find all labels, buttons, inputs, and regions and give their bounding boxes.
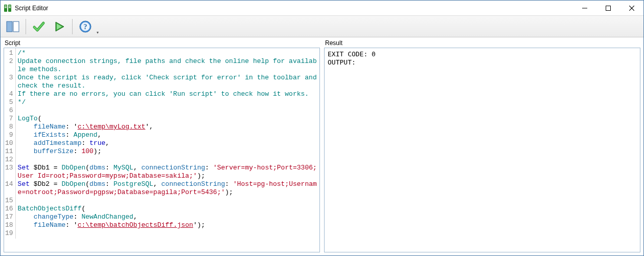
run-script-button[interactable]	[50, 18, 68, 35]
help-button[interactable]: ?	[76, 18, 95, 35]
result-pane-label: Result	[324, 38, 640, 48]
code-line: changeType: NewAndChanged,	[18, 213, 317, 221]
code-line	[18, 156, 317, 164]
svg-rect-4	[5, 7, 7, 8]
svg-rect-11	[13, 22, 19, 32]
code-line: Set $Db1 = DbOpen(dbms: MySQL, connectio…	[18, 164, 317, 180]
code-line: /*	[18, 49, 317, 57]
toggle-panels-button[interactable]	[4, 18, 22, 35]
toolbar-separator	[72, 19, 73, 34]
check-script-button[interactable]	[30, 18, 48, 35]
minimize-button[interactable]	[573, 1, 596, 16]
code-line: Once the script is ready, click 'Check s…	[18, 74, 317, 90]
result-exit-code: EXIT CODE: 0	[328, 50, 376, 58]
script-pane: Script 12 3 45678910111213 14 1516171819…	[4, 38, 320, 252]
code-line	[18, 106, 317, 115]
code-line: Set $Db2 = DbOpen(dbms: PostgreSQL, conn…	[18, 180, 317, 197]
code-line: fileName: 'c:\temp\batchObjectsDiff.json…	[18, 221, 317, 229]
script-pane-label: Script	[4, 38, 320, 48]
maximize-button[interactable]	[596, 1, 620, 16]
script-editor[interactable]: 12 3 45678910111213 14 1516171819 /*Upda…	[4, 48, 320, 252]
line-number-gutter: 12 3 45678910111213 14 1516171819	[4, 48, 16, 239]
toolbar-separator	[26, 19, 26, 34]
svg-rect-7	[606, 6, 611, 10]
code-line: LogTo(	[18, 115, 317, 123]
toolbar: ? ▾	[1, 16, 643, 37]
close-button[interactable]	[620, 1, 643, 16]
app-icon	[4, 4, 12, 12]
window-title: Script Editor	[15, 5, 48, 12]
content-area: Script 12 3 45678910111213 14 1516171819…	[1, 37, 643, 255]
code-line	[18, 197, 317, 205]
code-line: ifExists: Append,	[18, 131, 317, 139]
svg-rect-5	[9, 7, 11, 8]
result-output-label: OUTPUT:	[328, 58, 356, 66]
titlebar: Script Editor	[1, 1, 643, 16]
code-line: If there are no errors, you can click 'R…	[18, 90, 317, 98]
svg-rect-2	[5, 6, 7, 7]
code-line: BatchObjectsDiff(	[18, 205, 317, 213]
svg-text:?: ?	[84, 23, 87, 31]
code-area[interactable]: /*Update connection strings, file paths …	[16, 48, 319, 239]
result-pane: Result EXIT CODE: 0 OUTPUT:	[324, 38, 640, 252]
code-line	[18, 229, 317, 238]
code-line: bufferSize: 100);	[18, 147, 317, 156]
code-line: Update connection strings, file paths an…	[18, 57, 317, 74]
code-line: addTimestamp: true,	[18, 139, 317, 147]
svg-rect-3	[9, 6, 11, 7]
toolbar-overflow-icon[interactable]: ▾	[97, 30, 102, 37]
code-line: */	[18, 98, 317, 106]
svg-rect-10	[7, 22, 12, 32]
result-output[interactable]: EXIT CODE: 0 OUTPUT:	[324, 48, 640, 252]
code-line: fileName: 'c:\temp\myLog.txt',	[18, 123, 317, 131]
